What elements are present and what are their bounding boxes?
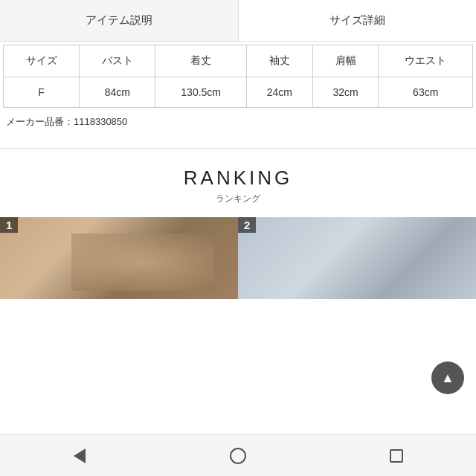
ranking-images-row: 1 2 [0,217,476,299]
tab-label-size: サイズ詳細 [329,13,385,26]
tab-item-description[interactable]: アイテム説明 [0,0,238,41]
col-header-size: サイズ [4,45,80,77]
product-number: メーカー品番：1118330850 [3,108,473,133]
cell-size: F [4,77,80,108]
tab-item-size[interactable]: サイズ詳細 [239,0,477,41]
ranking-image-1 [0,217,238,299]
col-header-waist: ウエスト [379,45,473,77]
ranking-title-en: RANKING [0,167,476,190]
tab-bar: アイテム説明 サイズ詳細 [0,0,476,42]
cell-bust: 84cm [80,77,155,108]
scroll-top-icon: ▲ [441,370,454,386]
size-table-section: サイズ バスト 着丈 袖丈 肩幅 ウエスト F 84cm 130.5cm 24c… [0,45,476,133]
col-header-length: 着丈 [155,45,247,77]
ranking-image-2 [238,217,476,299]
table-header-row: サイズ バスト 着丈 袖丈 肩幅 ウエスト [4,45,473,77]
col-header-shoulder: 肩幅 [312,45,379,77]
cell-shoulder: 32cm [312,77,379,108]
col-header-sleeve: 袖丈 [246,45,312,77]
home-icon [230,448,246,464]
home-button[interactable] [219,437,257,475]
cell-waist: 63cm [379,77,473,108]
ranking-section: RANKING ランキング [0,149,476,217]
back-icon [74,448,86,463]
back-button[interactable] [61,437,98,475]
tab-label-description: アイテム説明 [86,13,152,26]
ranking-title-jp: ランキング [0,193,476,205]
ranking-item-2[interactable]: 2 [238,217,476,299]
rank-badge-1: 1 [0,217,18,233]
table-row: F 84cm 130.5cm 24cm 32cm 63cm [4,77,473,108]
recent-icon [390,449,403,463]
cell-length: 130.5cm [155,77,247,108]
col-header-bust: バスト [80,45,155,77]
cell-sleeve: 24cm [246,77,312,108]
size-table: サイズ バスト 着丈 袖丈 肩幅 ウエスト F 84cm 130.5cm 24c… [3,45,473,108]
android-nav-bar [0,434,476,476]
scroll-to-top-button[interactable]: ▲ [431,361,464,394]
recent-apps-button[interactable] [378,437,415,475]
rank-badge-2: 2 [238,217,256,233]
ranking-item-1[interactable]: 1 [0,217,238,299]
